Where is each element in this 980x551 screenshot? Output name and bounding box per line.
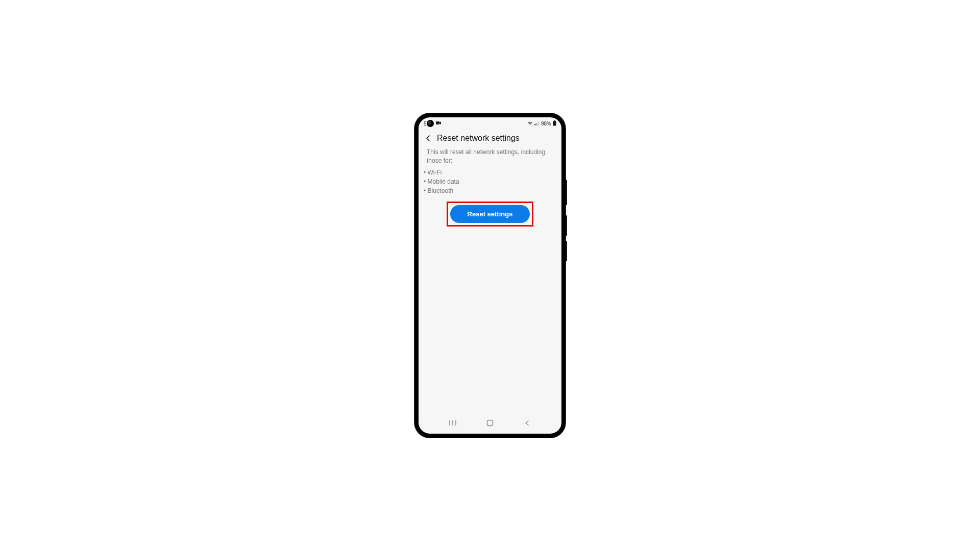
- page-title: Reset network settings: [437, 134, 520, 143]
- phone-screen: 5 98%: [419, 117, 561, 434]
- svg-rect-0: [436, 121, 439, 124]
- power-button: [566, 180, 567, 205]
- phone-frame: 5 98%: [414, 113, 566, 438]
- nav-home-button[interactable]: [484, 419, 496, 427]
- bullet-item: Mobile data: [424, 177, 561, 186]
- svg-rect-2: [535, 123, 536, 126]
- nav-back-button[interactable]: [521, 420, 533, 426]
- recents-icon: [449, 420, 457, 426]
- bullet-item: Wi-Fi: [424, 168, 561, 177]
- battery-icon: [553, 120, 556, 127]
- highlight-box: Reset settings: [447, 202, 533, 227]
- chevron-left-icon: [425, 135, 432, 142]
- wifi-icon: [527, 121, 533, 127]
- volume-down-button: [566, 241, 567, 261]
- back-icon: [524, 420, 530, 426]
- svg-rect-3: [537, 122, 538, 126]
- svg-rect-4: [538, 121, 539, 126]
- reset-settings-button[interactable]: Reset settings: [450, 205, 530, 223]
- stage: 5 98%: [0, 0, 980, 551]
- title-bar: Reset network settings: [419, 130, 561, 148]
- camera-icon: [436, 121, 442, 126]
- status-bar: 5 98%: [419, 117, 561, 130]
- svg-rect-5: [554, 120, 555, 121]
- camera-cutout-icon: [427, 120, 434, 127]
- svg-rect-1: [534, 124, 535, 126]
- svg-rect-10: [487, 420, 493, 426]
- bullet-item: Bluetooth: [424, 186, 561, 195]
- status-left: 5: [424, 120, 442, 127]
- signal-icon: [534, 121, 540, 127]
- status-right: 98%: [527, 120, 556, 127]
- navigation-bar: [419, 415, 561, 431]
- volume-up-button: [566, 215, 567, 236]
- home-icon: [486, 419, 494, 427]
- clock-text: 5: [424, 121, 427, 127]
- battery-text: 98%: [541, 121, 551, 127]
- bullet-list: Wi-Fi Mobile data Bluetooth: [419, 166, 561, 201]
- svg-rect-6: [553, 121, 556, 126]
- back-button[interactable]: [424, 134, 433, 143]
- intro-text: This will reset all network settings, in…: [419, 148, 561, 166]
- nav-recents-button[interactable]: [447, 420, 459, 426]
